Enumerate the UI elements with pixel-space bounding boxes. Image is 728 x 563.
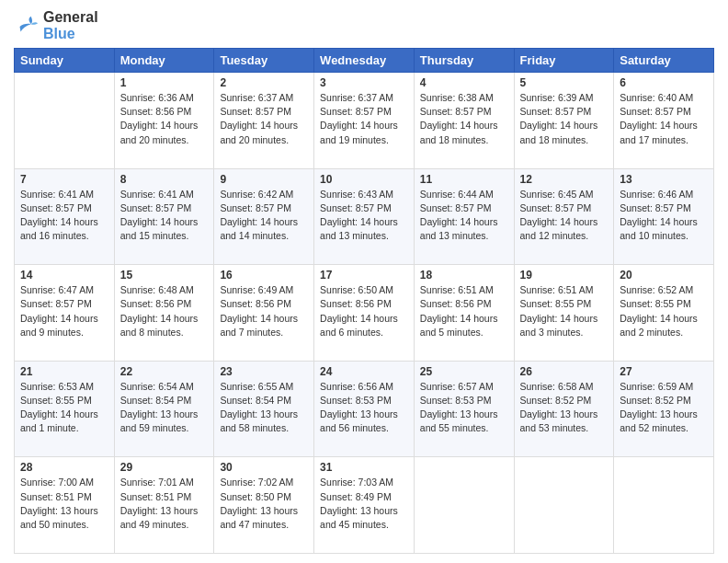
header-tuesday: Tuesday [214, 49, 314, 73]
header-wednesday: Wednesday [314, 49, 415, 73]
calendar-cell: 10Sunrise: 6:43 AM Sunset: 8:57 PM Dayli… [314, 168, 415, 265]
day-info: Sunrise: 6:41 AM Sunset: 8:57 PM Dayligh… [20, 188, 108, 244]
day-number: 15 [120, 269, 209, 282]
day-info: Sunrise: 6:45 AM Sunset: 8:57 PM Dayligh… [520, 188, 609, 244]
logo: General Blue [14, 9, 98, 42]
calendar-cell: 2Sunrise: 6:37 AM Sunset: 8:57 PM Daylig… [214, 73, 314, 169]
day-number: 14 [20, 269, 108, 282]
day-info: Sunrise: 6:51 AM Sunset: 8:55 PM Dayligh… [520, 283, 609, 339]
day-number: 25 [420, 365, 508, 378]
day-number: 24 [320, 365, 408, 378]
calendar-cell: 15Sunrise: 6:48 AM Sunset: 8:56 PM Dayli… [114, 265, 214, 362]
day-info: Sunrise: 7:02 AM Sunset: 8:50 PM Dayligh… [220, 476, 308, 532]
calendar-week-5: 28Sunrise: 7:00 AM Sunset: 8:51 PM Dayli… [15, 457, 714, 554]
day-number: 6 [620, 76, 708, 89]
day-number: 5 [520, 76, 609, 89]
day-info: Sunrise: 6:56 AM Sunset: 8:53 PM Dayligh… [320, 380, 408, 436]
calendar-cell: 19Sunrise: 6:51 AM Sunset: 8:55 PM Dayli… [514, 265, 614, 362]
calendar-cell: 8Sunrise: 6:41 AM Sunset: 8:57 PM Daylig… [114, 168, 214, 265]
calendar-cell: 30Sunrise: 7:02 AM Sunset: 8:50 PM Dayli… [214, 457, 314, 554]
calendar-cell: 31Sunrise: 7:03 AM Sunset: 8:49 PM Dayli… [314, 457, 415, 554]
calendar-table: SundayMondayTuesdayWednesdayThursdayFrid… [14, 48, 714, 554]
calendar-cell: 4Sunrise: 6:38 AM Sunset: 8:57 PM Daylig… [414, 73, 514, 169]
day-number: 1 [120, 76, 209, 89]
day-info: Sunrise: 6:50 AM Sunset: 8:56 PM Dayligh… [320, 283, 408, 339]
header-friday: Friday [514, 49, 614, 73]
calendar-cell: 27Sunrise: 6:59 AM Sunset: 8:52 PM Dayli… [614, 361, 714, 457]
day-number: 7 [20, 173, 108, 186]
calendar-cell: 29Sunrise: 7:01 AM Sunset: 8:51 PM Dayli… [114, 457, 214, 554]
calendar-cell: 23Sunrise: 6:55 AM Sunset: 8:54 PM Dayli… [214, 361, 314, 457]
calendar-cell: 3Sunrise: 6:37 AM Sunset: 8:57 PM Daylig… [314, 73, 415, 169]
calendar-cell: 18Sunrise: 6:51 AM Sunset: 8:56 PM Dayli… [414, 265, 514, 362]
day-number: 17 [320, 269, 408, 282]
day-info: Sunrise: 6:41 AM Sunset: 8:57 PM Dayligh… [120, 188, 209, 244]
calendar-cell [614, 457, 714, 554]
calendar-cell: 17Sunrise: 6:50 AM Sunset: 8:56 PM Dayli… [314, 265, 415, 362]
day-number: 20 [620, 269, 708, 282]
calendar-week-2: 7Sunrise: 6:41 AM Sunset: 8:57 PM Daylig… [15, 168, 714, 265]
calendar-cell: 21Sunrise: 6:53 AM Sunset: 8:55 PM Dayli… [15, 361, 115, 457]
day-number: 12 [520, 173, 609, 186]
day-number: 26 [520, 365, 609, 378]
day-number: 8 [120, 173, 209, 186]
calendar-cell: 5Sunrise: 6:39 AM Sunset: 8:57 PM Daylig… [514, 73, 614, 169]
day-info: Sunrise: 6:51 AM Sunset: 8:56 PM Dayligh… [420, 283, 508, 339]
calendar-cell: 14Sunrise: 6:47 AM Sunset: 8:57 PM Dayli… [15, 265, 115, 362]
day-info: Sunrise: 6:39 AM Sunset: 8:57 PM Dayligh… [520, 91, 609, 147]
day-info: Sunrise: 6:42 AM Sunset: 8:57 PM Dayligh… [220, 188, 308, 244]
calendar-cell: 12Sunrise: 6:45 AM Sunset: 8:57 PM Dayli… [514, 168, 614, 265]
day-info: Sunrise: 6:55 AM Sunset: 8:54 PM Dayligh… [220, 380, 308, 436]
calendar-cell: 25Sunrise: 6:57 AM Sunset: 8:53 PM Dayli… [414, 361, 514, 457]
calendar-cell: 7Sunrise: 6:41 AM Sunset: 8:57 PM Daylig… [15, 168, 115, 265]
day-number: 21 [20, 365, 108, 378]
calendar-cell: 6Sunrise: 6:40 AM Sunset: 8:57 PM Daylig… [614, 73, 714, 169]
calendar-cell [414, 457, 514, 554]
day-info: Sunrise: 6:37 AM Sunset: 8:57 PM Dayligh… [320, 91, 408, 147]
day-number: 18 [420, 269, 508, 282]
day-number: 28 [20, 461, 108, 474]
calendar-cell: 11Sunrise: 6:44 AM Sunset: 8:57 PM Dayli… [414, 168, 514, 265]
day-number: 10 [320, 173, 408, 186]
calendar-cell: 26Sunrise: 6:58 AM Sunset: 8:52 PM Dayli… [514, 361, 614, 457]
day-info: Sunrise: 6:44 AM Sunset: 8:57 PM Dayligh… [420, 188, 508, 244]
day-info: Sunrise: 6:57 AM Sunset: 8:53 PM Dayligh… [420, 380, 508, 436]
page-header: General Blue [14, 9, 714, 42]
calendar-cell: 9Sunrise: 6:42 AM Sunset: 8:57 PM Daylig… [214, 168, 314, 265]
day-info: Sunrise: 6:37 AM Sunset: 8:57 PM Dayligh… [220, 91, 308, 147]
day-number: 4 [420, 76, 508, 89]
day-number: 29 [120, 461, 209, 474]
day-info: Sunrise: 6:46 AM Sunset: 8:57 PM Dayligh… [620, 188, 708, 244]
day-info: Sunrise: 6:48 AM Sunset: 8:56 PM Dayligh… [120, 283, 209, 339]
calendar-cell: 22Sunrise: 6:54 AM Sunset: 8:54 PM Dayli… [114, 361, 214, 457]
day-info: Sunrise: 6:43 AM Sunset: 8:57 PM Dayligh… [320, 188, 408, 244]
header-monday: Monday [114, 49, 214, 73]
day-info: Sunrise: 7:01 AM Sunset: 8:51 PM Dayligh… [120, 476, 209, 532]
header-sunday: Sunday [15, 49, 115, 73]
calendar-week-1: 1Sunrise: 6:36 AM Sunset: 8:56 PM Daylig… [15, 73, 714, 169]
day-number: 27 [620, 365, 708, 378]
logo-text: General Blue [43, 9, 98, 42]
calendar-cell: 20Sunrise: 6:52 AM Sunset: 8:55 PM Dayli… [614, 265, 714, 362]
calendar-cell: 13Sunrise: 6:46 AM Sunset: 8:57 PM Dayli… [614, 168, 714, 265]
calendar-header-row: SundayMondayTuesdayWednesdayThursdayFrid… [15, 49, 714, 73]
day-info: Sunrise: 6:36 AM Sunset: 8:56 PM Dayligh… [120, 91, 209, 147]
day-info: Sunrise: 6:40 AM Sunset: 8:57 PM Dayligh… [620, 91, 708, 147]
day-number: 22 [120, 365, 209, 378]
day-info: Sunrise: 6:54 AM Sunset: 8:54 PM Dayligh… [120, 380, 209, 436]
day-info: Sunrise: 6:53 AM Sunset: 8:55 PM Dayligh… [20, 380, 108, 436]
day-info: Sunrise: 6:38 AM Sunset: 8:57 PM Dayligh… [420, 91, 508, 147]
day-info: Sunrise: 6:59 AM Sunset: 8:52 PM Dayligh… [620, 380, 708, 436]
day-number: 23 [220, 365, 308, 378]
day-number: 9 [220, 173, 308, 186]
calendar-cell [15, 73, 115, 169]
calendar-week-3: 14Sunrise: 6:47 AM Sunset: 8:57 PM Dayli… [15, 265, 714, 362]
day-number: 11 [420, 173, 508, 186]
day-info: Sunrise: 6:47 AM Sunset: 8:57 PM Dayligh… [20, 283, 108, 339]
calendar-cell: 24Sunrise: 6:56 AM Sunset: 8:53 PM Dayli… [314, 361, 415, 457]
day-number: 13 [620, 173, 708, 186]
day-number: 3 [320, 76, 408, 89]
calendar-cell: 1Sunrise: 6:36 AM Sunset: 8:56 PM Daylig… [114, 73, 214, 169]
day-number: 16 [220, 269, 308, 282]
day-info: Sunrise: 6:52 AM Sunset: 8:55 PM Dayligh… [620, 283, 708, 339]
